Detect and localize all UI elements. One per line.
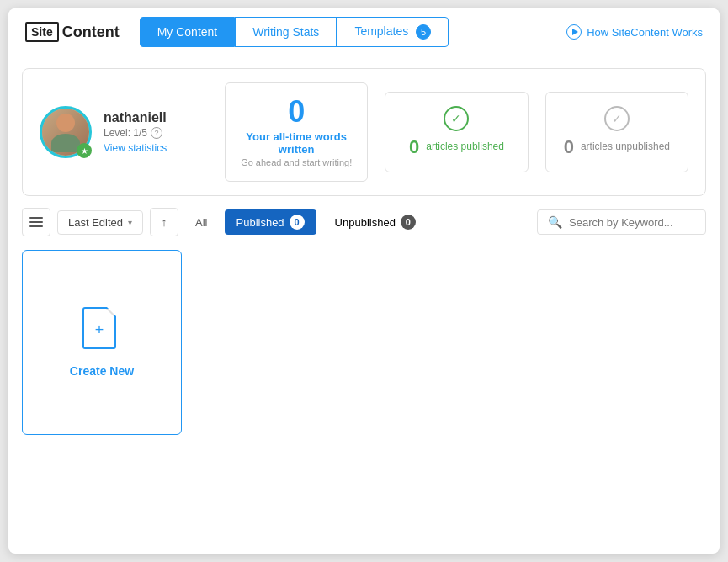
how-it-works-label: How SiteContent Works: [587, 26, 703, 39]
search-icon: 🔍: [548, 215, 562, 229]
unpublished-label: articles unpublished: [581, 140, 670, 154]
play-triangle: [572, 29, 578, 35]
unpublished-tab-badge: 0: [401, 215, 416, 230]
avatar-body: [51, 134, 80, 152]
published-tab-label: Published: [236, 216, 284, 229]
content-area: + Create New: [8, 245, 720, 554]
tab-my-content[interactable]: My Content: [140, 17, 236, 47]
filter-icon-button[interactable]: [22, 208, 50, 236]
avatar-head: [56, 114, 75, 132]
published-stat-row: 0 articles published: [409, 136, 504, 158]
unpublished-count: 0: [564, 136, 574, 158]
published-tab-badge: 0: [290, 215, 305, 230]
how-it-works-link[interactable]: How SiteContent Works: [566, 24, 703, 40]
templates-badge: 5: [416, 24, 431, 40]
nav-tabs: My Content Writing Stats Templates 5: [140, 17, 567, 47]
unpublished-stat-card: ✓ 0 articles unpublished: [545, 92, 688, 172]
words-sub: Go ahead and start writing!: [241, 157, 352, 167]
avatar: ★: [40, 106, 92, 158]
doc-body: +: [82, 307, 116, 349]
logo-site: Site: [25, 22, 59, 42]
published-stat-card: ✓ 0 articles published: [385, 92, 528, 172]
user-details: nathaniell Level: 1/5 ? View statistics: [104, 110, 167, 154]
sort-direction-button[interactable]: ↑: [150, 208, 178, 236]
create-new-label: Create New: [70, 364, 134, 378]
tab-writing-stats[interactable]: Writing Stats: [235, 17, 337, 47]
header: Site Content My Content Writing Stats Te…: [8, 8, 720, 56]
filter-unpublished-tab[interactable]: Unpublished 0: [323, 209, 428, 235]
words-stat-card: 0 Your all-time words written Go ahead a…: [225, 82, 368, 182]
search-input[interactable]: [569, 216, 695, 229]
create-new-card[interactable]: + Create New: [22, 250, 182, 435]
help-icon[interactable]: ?: [151, 127, 162, 139]
chevron-down-icon: ▾: [128, 218, 132, 227]
words-count: 0: [288, 97, 305, 127]
new-document-icon: +: [82, 307, 121, 354]
published-count: 0: [409, 136, 419, 158]
doc-plus-symbol: +: [95, 321, 104, 339]
hamburger-icon: [29, 217, 43, 227]
logo: Site Content: [25, 22, 120, 42]
toolbar: Last Edited ▾ ↑ All Published 0 Unpublis…: [8, 208, 720, 245]
tab-templates[interactable]: Templates 5: [337, 17, 449, 47]
app-window: Site Content My Content Writing Stats Te…: [8, 8, 720, 554]
play-icon: [566, 24, 582, 40]
published-check-icon: ✓: [444, 106, 469, 131]
unpublished-stat-row: 0 articles unpublished: [564, 136, 670, 158]
unpublished-check-icon: ✓: [604, 106, 630, 131]
filter-all-button[interactable]: All: [185, 211, 217, 234]
doc-fold-fill: [107, 307, 116, 316]
user-level: Level: 1/5 ?: [104, 127, 167, 139]
filter-published-tab[interactable]: Published 0: [225, 209, 316, 235]
user-info: ★ nathaniell Level: 1/5 ? View statistic…: [40, 106, 208, 158]
search-box[interactable]: 🔍: [537, 209, 706, 235]
stats-panel: ★ nathaniell Level: 1/5 ? View statistic…: [22, 68, 706, 196]
words-label: Your all-time words written: [239, 130, 353, 156]
unpublished-tab-label: Unpublished: [335, 216, 396, 229]
logo-content: Content: [62, 24, 120, 41]
sort-dropdown[interactable]: Last Edited ▾: [57, 210, 143, 235]
published-label: articles published: [426, 140, 504, 154]
username: nathaniell: [104, 110, 167, 125]
view-statistics-link[interactable]: View statistics: [104, 142, 167, 154]
star-badge: ★: [77, 143, 92, 158]
sort-label: Last Edited: [68, 216, 123, 229]
